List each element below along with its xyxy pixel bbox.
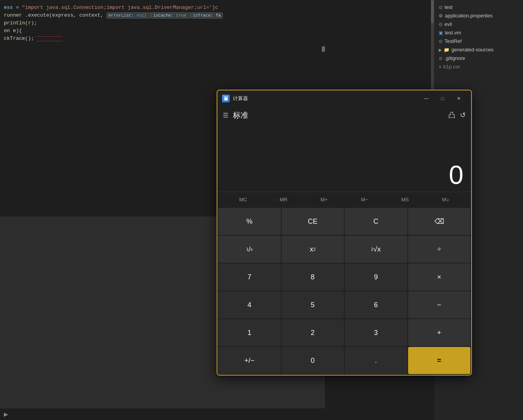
- terminal-bar: ▶: [0, 408, 325, 420]
- calc-header: ☰ 标准 凸 ↺: [217, 107, 471, 124]
- tree-item-test[interactable]: ⊙ test: [434, 3, 523, 12]
- nine-button[interactable]: 9: [345, 264, 407, 291]
- percent-button[interactable]: %: [218, 208, 281, 235]
- sqrt-button[interactable]: 2√x: [345, 236, 407, 263]
- eight-button[interactable]: 8: [282, 264, 344, 291]
- memory-row: MC MR M+ M− MS M∨: [217, 192, 471, 207]
- memory-view-button[interactable]: M∨: [425, 194, 466, 205]
- six-button[interactable]: 6: [345, 291, 407, 318]
- code-line-1: ess = "import java.sql.Connection;import…: [0, 4, 325, 12]
- zero-button[interactable]: 0: [282, 347, 344, 374]
- badge-errorlist: errorList: null: [106, 12, 151, 19]
- calculator-titlebar: 🖩 计算器 — □ ✕: [217, 90, 471, 107]
- calc-display-value: 0: [449, 162, 463, 188]
- equals-button[interactable]: =: [408, 347, 471, 374]
- tree-item-test-vm[interactable]: ▣ test.vm: [434, 29, 523, 37]
- tree-item-generated-sources[interactable]: ▶ 📁 generated-sources: [434, 46, 523, 54]
- code-line-2: runner .execute(express, context, errorL…: [0, 12, 325, 19]
- window-controls: — □ ✕: [419, 93, 467, 104]
- tree-item-testref[interactable]: ⊙ TestRef: [434, 37, 523, 46]
- square-button[interactable]: x2: [282, 236, 344, 263]
- memory-store-button[interactable]: MS: [385, 194, 426, 205]
- calc-display: 0: [217, 124, 471, 192]
- calculator-window: 🖩 计算器 — □ ✕ ☰ 标准 凸 ↺ 0 MC MR M+ M− MS M∨…: [217, 90, 472, 376]
- cursor-indicator: [322, 46, 325, 52]
- memory-recall-button[interactable]: MR: [263, 194, 304, 205]
- calc-mode-label: 标准: [233, 110, 448, 121]
- tree-item-evil[interactable]: ⊙ evil: [434, 20, 523, 29]
- maximize-button[interactable]: □: [435, 93, 450, 104]
- subtract-button[interactable]: −: [408, 291, 471, 318]
- reciprocal-button[interactable]: 1/x: [218, 236, 281, 263]
- badge-istrace: isTrace: fa: [191, 12, 223, 19]
- mode-icon[interactable]: 凸: [448, 111, 455, 120]
- two-button[interactable]: 2: [282, 319, 344, 346]
- tree-item-application-properties[interactable]: ⚙ application.properties: [434, 12, 523, 20]
- history-icon[interactable]: ↺: [460, 111, 466, 119]
- terminal-arrow-icon: ▶: [4, 411, 8, 417]
- calculator-button-grid: % CE C ⌫ 1/x x2 2√x ÷ 7 8 9 × 4 5 6 − 1 …: [217, 207, 471, 375]
- negate-button[interactable]: +/−: [218, 347, 281, 374]
- clear-button[interactable]: C: [345, 208, 407, 235]
- memory-clear-button[interactable]: MC: [223, 194, 263, 205]
- five-button[interactable]: 5: [282, 291, 344, 318]
- memory-subtract-button[interactable]: M−: [344, 194, 385, 205]
- add-button[interactable]: +: [408, 319, 471, 346]
- code-line-4: on e){: [0, 27, 325, 35]
- three-button[interactable]: 3: [345, 319, 407, 346]
- minimize-button[interactable]: —: [419, 93, 434, 104]
- scrollbar-thumb[interactable]: [431, 0, 434, 23]
- tree-item-b1p[interactable]: ≡ b1p.cor: [434, 63, 523, 71]
- calc-title: 计算器: [233, 95, 419, 102]
- ce-button[interactable]: CE: [282, 208, 344, 235]
- divide-button[interactable]: ÷: [408, 236, 471, 263]
- seven-button[interactable]: 7: [218, 264, 281, 291]
- badge-iscache: isCache: true: [151, 12, 191, 19]
- decimal-button[interactable]: .: [345, 347, 407, 374]
- one-button[interactable]: 1: [218, 319, 281, 346]
- backspace-button[interactable]: ⌫: [408, 208, 471, 235]
- four-button[interactable]: 4: [218, 291, 281, 318]
- code-line-3: println(r);: [0, 19, 325, 27]
- memory-add-button[interactable]: M+: [304, 194, 344, 205]
- code-line-5: ckTrace(); ‾‾‾‾‾‾‾‾‾‾: [0, 35, 325, 43]
- multiply-button[interactable]: ×: [408, 264, 471, 291]
- tree-item-gitignore[interactable]: ⊘ .gitignore: [434, 54, 523, 63]
- hamburger-menu-icon[interactable]: ☰: [223, 112, 228, 119]
- close-button[interactable]: ✕: [451, 93, 467, 104]
- calc-app-icon: 🖩: [222, 95, 230, 102]
